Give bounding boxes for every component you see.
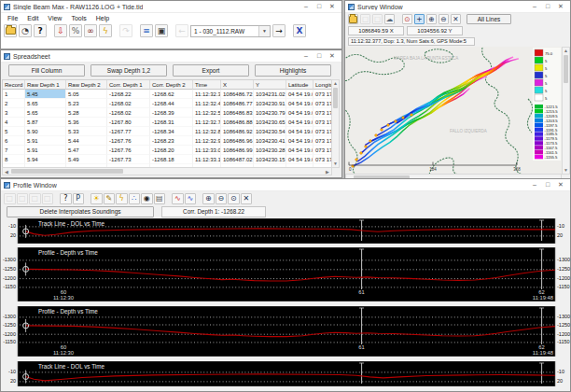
nav-disabled-4-icon[interactable]: □ <box>42 193 54 205</box>
table-cell[interactable]: 11:12:33.11 <box>193 155 221 164</box>
next-file-icon[interactable]: → <box>272 24 286 37</box>
report-icon[interactable]: ≡ <box>140 24 153 37</box>
table-cell[interactable]: -1268.18 <box>150 155 193 164</box>
camera-icon[interactable]: ◉ <box>141 193 153 205</box>
line-chart-blue-icon[interactable]: ∿ <box>185 193 197 205</box>
table-horizontal-scrollbar[interactable]: ◀▶ <box>2 167 332 175</box>
line-chart-red-icon[interactable]: ∿ <box>172 193 184 205</box>
table-cell[interactable]: 1034230.65 <box>254 118 286 127</box>
disk-icon[interactable]: ◔ <box>19 24 32 37</box>
table-cell[interactable]: -1268.44 <box>150 99 193 108</box>
swap-depth-button[interactable]: Swap Depth 1,2 <box>91 64 167 77</box>
table-cell[interactable]: -1268.20 <box>150 146 193 155</box>
table-cell[interactable]: 11:12:32.71 <box>193 118 221 127</box>
printer-icon[interactable]: ▤ <box>154 193 166 205</box>
profile-chart-3[interactable]: Profile - Depth vs Time6011:12:30616211:… <box>1 306 571 357</box>
table-cell[interactable]: 04 54 19.06 <box>286 118 313 127</box>
close-button[interactable]: ✕ <box>326 1 339 12</box>
open-folder-icon[interactable] <box>4 24 17 37</box>
table-cell[interactable]: 5.65 <box>25 108 66 118</box>
table-cell[interactable]: -1267.76 <box>107 146 150 155</box>
column-header-longitude[interactable]: Longitude <box>313 80 332 90</box>
tool-disabled-2-icon[interactable]: □ <box>372 14 383 24</box>
table-cell[interactable]: 4 <box>3 118 25 127</box>
nav-disabled-2-icon[interactable]: □ <box>17 193 29 205</box>
table-cell[interactable]: -1268.34 <box>150 127 193 136</box>
lightning-icon[interactable]: ϟ <box>116 193 128 205</box>
table-cell[interactable]: 11:12:32.56 <box>193 108 221 118</box>
table-cell[interactable]: 8 <box>3 155 25 164</box>
table-cell[interactable]: 073 17 51. <box>313 90 332 99</box>
maximize-button[interactable]: □ <box>313 50 326 62</box>
maximize-button[interactable]: □ <box>541 1 554 12</box>
column-header-latitude[interactable]: Latitude <box>286 80 313 90</box>
table-cell[interactable]: 5.49 <box>66 155 107 164</box>
table-cell[interactable]: 073 17 51. <box>313 127 332 136</box>
table-cell[interactable]: 5.36 <box>66 118 107 127</box>
table-cell[interactable]: 1034231.02 <box>254 90 286 99</box>
titlebar-spreadsheet[interactable]: Spreadsheet – □ ✕ <box>1 50 341 63</box>
tool-disabled-1-icon[interactable]: □ <box>360 14 370 24</box>
table-cell[interactable]: 1086486.83 <box>221 108 254 118</box>
map-canvas[interactable]: MAREA BAJA LA PUNTA ESTACAFALLO IZQUIERD… <box>345 47 562 175</box>
table-cell[interactable]: 11:12:33.01 <box>193 146 221 155</box>
delete-interpolates-button[interactable]: Delete Interpolates Soundings <box>7 206 154 217</box>
titlebar-survey[interactable]: Survey Window – □ ✕ <box>345 1 570 13</box>
table-cell[interactable]: 1086486.77 <box>221 99 254 108</box>
column-header-time[interactable]: Time <box>193 80 221 90</box>
menu-tools[interactable]: Tools <box>66 15 91 21</box>
menu-help[interactable]: Help <box>91 15 114 21</box>
column-header-corr-depth-1[interactable]: Corr. Depth 1 <box>107 80 150 90</box>
profile-chart-4[interactable]: Track Line - DOL vs Time-10-102020 <box>1 361 571 386</box>
table-cell[interactable]: -1268.23 <box>150 136 193 146</box>
table-cell[interactable]: 1086486.92 <box>221 127 254 136</box>
redo-icon[interactable]: ↷ <box>119 24 132 37</box>
map-vertical-scrollbar[interactable]: ▲▼ <box>562 47 570 175</box>
table-cell[interactable]: 5.33 <box>66 127 107 136</box>
table-cell[interactable]: 1034230.41 <box>254 136 286 146</box>
table-cell[interactable]: 2 <box>3 99 25 108</box>
table-cell[interactable]: 073 17 51. <box>313 146 332 155</box>
table-cell[interactable]: 1 <box>3 90 25 99</box>
table-cell[interactable]: 11:12:32.46 <box>193 99 221 108</box>
table-cell[interactable]: -1268.39 <box>150 108 193 118</box>
image-window-icon[interactable]: ▣ <box>155 24 168 37</box>
table-cell[interactable]: 5.23 <box>66 99 107 108</box>
table-cell[interactable]: 1034230.28 <box>254 146 286 155</box>
fill-column-button[interactable]: Fill Column <box>8 64 85 77</box>
menu-view[interactable]: View <box>43 15 66 21</box>
table-cell[interactable]: 04 54 19.07 <box>286 99 313 108</box>
table-vertical-scrollbar[interactable]: ▲▼ <box>331 79 340 168</box>
column-header-raw-depth-2[interactable]: Raw Depth 2 <box>66 80 107 90</box>
minimize-button[interactable]: – <box>528 179 541 190</box>
table-cell[interactable]: -1268.31 <box>150 118 193 127</box>
table-cell[interactable]: 6 <box>3 136 25 146</box>
column-header-y[interactable]: Y <box>254 80 286 90</box>
scatter-chart-icon[interactable]: ∴ <box>129 193 141 205</box>
edit-icon[interactable]: ✎ <box>104 193 116 205</box>
close-button[interactable]: ✕ <box>554 179 567 190</box>
titlebar-single-beam-max[interactable]: Single Beam Max - RAW1126.LOG + Tide.tid… <box>1 1 341 13</box>
binoculars-icon[interactable]: ∞ <box>84 24 97 37</box>
nav-disabled-1-icon[interactable]: □ <box>4 193 16 205</box>
zoom-out-icon[interactable]: ⊖ <box>439 14 449 24</box>
table-cell[interactable]: 073 17 51. <box>313 99 332 108</box>
table-cell[interactable]: 04 54 19.06 <box>286 127 313 136</box>
table-cell[interactable]: 04 54 19.07 <box>286 90 313 99</box>
nav-disabled-3-icon[interactable]: □ <box>29 193 41 205</box>
table-cell[interactable]: 04 54 19.06 <box>286 108 313 118</box>
capture-map-icon[interactable] <box>348 14 358 24</box>
table-cell[interactable]: 1086487.02 <box>221 155 254 164</box>
lightning-icon[interactable]: ϟ <box>99 24 112 37</box>
table-cell[interactable]: -1267.73 <box>107 155 150 164</box>
table-cell[interactable]: 5.94 <box>25 155 66 164</box>
table-cell[interactable]: -1267.80 <box>107 118 150 127</box>
table-cell[interactable]: 1034230.91 <box>254 99 286 108</box>
highlights-button[interactable]: Highlights <box>255 64 331 77</box>
table-cell[interactable]: -1268.02 <box>107 108 150 118</box>
zoom-in-icon[interactable]: ⊕ <box>426 14 437 24</box>
table-cell[interactable]: -1268.02 <box>107 99 150 108</box>
column-header-raw-depth-1[interactable]: Raw Depth 1 <box>25 80 66 90</box>
table-cell[interactable]: 04 54 19.05 <box>286 146 313 155</box>
table-cell[interactable]: -1268.62 <box>150 90 193 99</box>
